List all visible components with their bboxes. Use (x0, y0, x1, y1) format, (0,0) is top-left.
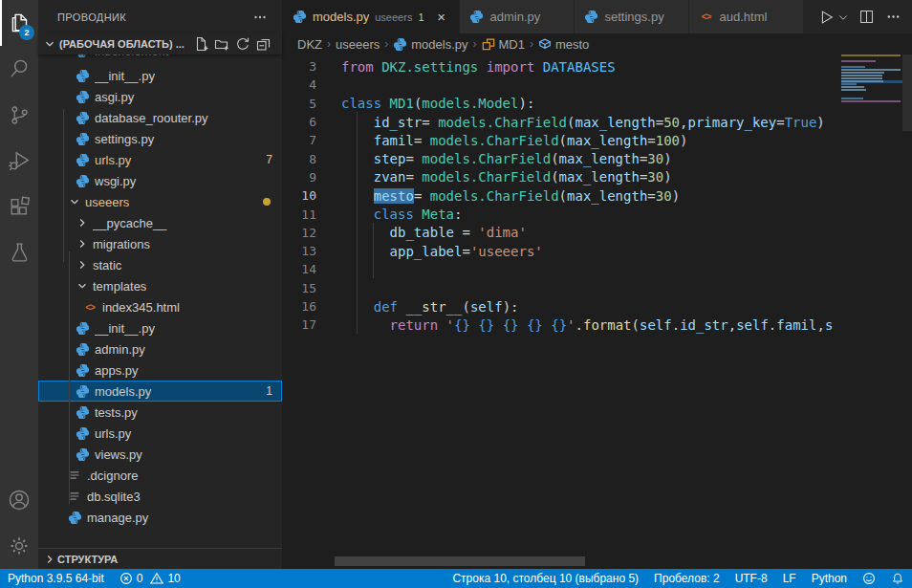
tab-admin-py[interactable]: admin.py (460, 0, 575, 33)
tab-settings-py[interactable]: settings.py (575, 0, 689, 33)
line-number: 3 (282, 59, 341, 74)
activity-item-extensions[interactable] (0, 184, 38, 229)
code-line-3[interactable]: 3from DKZ.settings import DATABASES (282, 57, 841, 76)
cursor-position-status[interactable]: Строка 10, столбец 10 (выбрано 5) (445, 569, 646, 588)
tree-file-settings-py[interactable]: settings.py (38, 128, 282, 149)
sidebar-title: ПРОВОДНИК (57, 11, 126, 23)
activity-item-explorer[interactable]: 2 (0, 0, 38, 46)
tree-file--dcignore[interactable]: .dcignore (38, 465, 282, 486)
activity-item-testing[interactable] (0, 229, 38, 275)
activity-item-search[interactable] (0, 46, 38, 92)
breadcrumb-item-mesto[interactable]: mesto (538, 37, 589, 52)
code-line-17[interactable]: 17 return '{} {} {} {} {}'.format(self.i… (282, 316, 841, 334)
minimap[interactable] (841, 54, 902, 569)
python-icon (76, 384, 90, 399)
python-icon (76, 174, 90, 188)
code-line-6[interactable]: 6 id_str= models.CharField(max_length=50… (282, 113, 841, 131)
code-line-11[interactable]: 11 class Meta: (282, 205, 841, 223)
tab-models-py[interactable]: models.pyuseeers1× (282, 0, 460, 33)
collapse-folders-button[interactable] (253, 34, 274, 54)
editor-group: models.pyuseeers1×admin.pysettings.py<>a… (282, 0, 912, 569)
code-line-15[interactable]: 15 (282, 279, 841, 297)
tree-file-wsgi-py[interactable]: wsgi.py (38, 170, 282, 191)
workspace-section-header[interactable]: (РАБОЧАЯ ОБЛАСТЬ) ... (38, 33, 282, 54)
code-line-8[interactable]: 8 step= models.CharField(max_length=30) (282, 149, 841, 167)
explorer-more-actions-button[interactable] (250, 8, 271, 27)
source-control-icon (8, 103, 32, 127)
encoding-status[interactable]: UTF-8 (727, 569, 775, 588)
tree-file-db-sqlite3[interactable]: db.sqlite3 (38, 486, 282, 507)
activity-item-accounts[interactable] (0, 477, 38, 523)
tree-file--init-py[interactable]: __init__.py (38, 65, 282, 86)
tree-file-urls-py[interactable]: urls.py7 (38, 149, 282, 170)
tree-item-label: wsgi.py (95, 174, 282, 188)
code-line-5[interactable]: 5class MD1(models.Model): (282, 95, 841, 113)
activity-badge: 2 (19, 25, 34, 40)
tab-aud-html[interactable]: <>aud.html (689, 0, 804, 33)
eol-status[interactable]: LF (775, 569, 804, 588)
tree-file-models-py[interactable]: models.py1 (38, 381, 282, 402)
breadcrumb-item-models-py[interactable]: models.py (393, 37, 467, 52)
tree-folder--pycache-[interactable]: __pycache__ (38, 212, 282, 233)
vertical-scrollbar[interactable] (902, 54, 912, 569)
tree-file-asgi-py[interactable]: asgi.py (38, 86, 282, 107)
tree-file-urls-py[interactable]: urls.py (38, 423, 282, 444)
code-line-13[interactable]: 13 app_label='useeers' (282, 242, 841, 260)
python-interpreter-status[interactable]: Python 3.9.5 64-bit (0, 569, 112, 588)
tree-file-database-roouter-py[interactable]: database_roouter.py (38, 107, 282, 128)
refresh-button[interactable] (232, 34, 253, 54)
chevron-right-icon (76, 237, 89, 250)
new-file-button[interactable] (190, 34, 211, 54)
code-line-12[interactable]: 12 db_table = 'dima' (282, 224, 841, 242)
ellipsis-icon (252, 10, 268, 25)
breadcrumb-label: DKZ (297, 37, 322, 52)
horizontal-scrollbar-slider[interactable] (335, 556, 585, 566)
tree-file-indexelement[interactable]: indexelement (38, 54, 282, 65)
tree-file--init-py[interactable]: __init__.py (38, 317, 282, 338)
indentation-status[interactable]: Пробелов: 2 (646, 569, 727, 588)
tree-folder-static[interactable]: static (38, 254, 282, 275)
code-editor[interactable]: 3from DKZ.settings import DATABASES45cla… (282, 54, 912, 569)
code-line-16[interactable]: 16 def __str__(self): (282, 297, 841, 316)
tree-file-apps-py[interactable]: apps.py (38, 359, 282, 381)
feedback-button[interactable] (855, 569, 883, 588)
outline-section-header[interactable]: СТРУКТУРА (38, 548, 282, 569)
tree-file-manage-py[interactable]: manage.py (38, 507, 282, 528)
code-line-4[interactable]: 4 (282, 76, 841, 94)
vertical-scrollbar-slider[interactable] (902, 54, 912, 131)
line-number: 11 (282, 207, 341, 222)
python-icon (76, 342, 90, 357)
split-editor-button[interactable] (855, 6, 878, 29)
activity-item-run-debug[interactable] (0, 138, 38, 184)
notifications-button[interactable] (883, 569, 912, 588)
code-line-9[interactable]: 9 zvan= models.CharField(max_length=30) (282, 168, 841, 186)
tree-file-tests-py[interactable]: tests.py (38, 402, 282, 423)
tree-file-index345-html[interactable]: <>index345.html (38, 296, 282, 317)
tree-folder-templates[interactable]: templates (38, 275, 282, 296)
run-python-file-button[interactable] (814, 6, 837, 29)
tree-item-label: apps.py (95, 363, 282, 378)
tree-file-admin-py[interactable]: admin.py (38, 338, 282, 359)
breadcrumb-item-useeers[interactable]: useeers (336, 37, 380, 52)
tree-folder-migrations[interactable]: migrations (38, 233, 282, 254)
tree-folder-useeers[interactable]: useeers (38, 191, 282, 212)
python-icon (76, 321, 90, 336)
new-folder-button[interactable] (211, 34, 232, 54)
activity-item-settings[interactable] (0, 523, 38, 569)
run-options-dropdown[interactable] (836, 6, 851, 29)
problems-status[interactable]: 0 10 (112, 569, 188, 588)
breadcrumb-item-md1[interactable]: MD1 (482, 37, 525, 52)
language-mode-status[interactable]: Python (804, 569, 855, 588)
python-icon (76, 447, 90, 462)
outline-title: СТРУКТУРА (57, 554, 118, 565)
tree-indent-guide (69, 251, 70, 504)
tree-file-views-py[interactable]: views.py (38, 444, 282, 465)
python-icon (393, 37, 407, 52)
breadcrumb-item-dkz[interactable]: DKZ (297, 37, 322, 52)
close-tab-button[interactable]: × (434, 9, 449, 25)
code-line-7[interactable]: 7 famil= models.CharField(max_length=100… (282, 131, 841, 149)
editor-more-actions-button[interactable] (881, 6, 904, 29)
code-line-14[interactable]: 14 (282, 260, 841, 278)
code-line-10[interactable]: 10 mesto= models.CharField(max_length=30… (282, 186, 841, 205)
activity-item-source-control[interactable] (0, 92, 38, 138)
